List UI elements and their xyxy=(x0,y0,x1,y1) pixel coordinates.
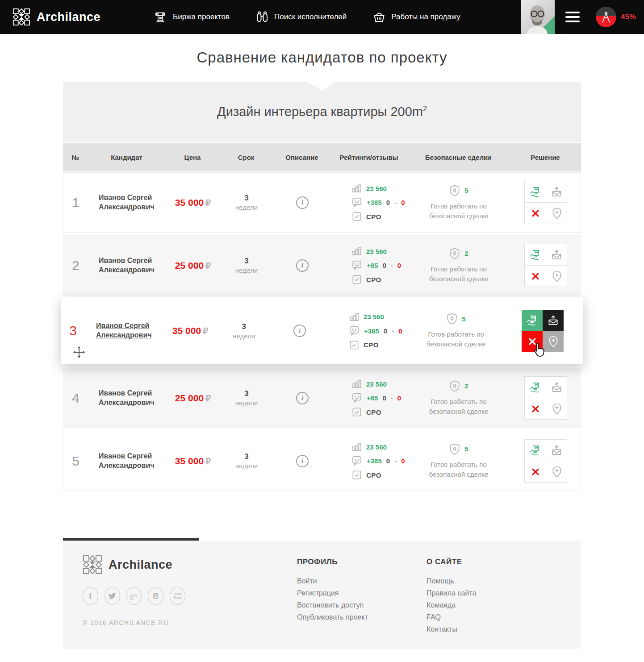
currency-symbol: ₽ xyxy=(205,198,211,208)
safe-deals-count: 5 xyxy=(464,187,468,194)
profile-progress-badge[interactable]: 45% xyxy=(596,7,636,27)
info-icon[interactable]: i xyxy=(296,455,309,467)
rating-negative: 0 xyxy=(397,262,401,269)
add-location-button[interactable] xyxy=(546,203,567,224)
info-icon[interactable]: i xyxy=(293,325,306,337)
candidate-name-link[interactable]: Иванов Сергей Александрович xyxy=(96,321,163,340)
rating-positive: +85 xyxy=(367,394,378,402)
accept-deal-button[interactable] xyxy=(525,377,546,398)
ratings-cell: 23 560 +3850-0 СРО xyxy=(329,312,405,350)
candidate-name-link[interactable]: Иванов Сергей Александрович xyxy=(99,452,166,470)
decision-cell xyxy=(510,376,581,420)
candidate-name-link[interactable]: Иванов Сергей Александрович xyxy=(99,256,166,275)
info-icon[interactable]: i xyxy=(296,259,309,272)
google-plus-glyph: g+ xyxy=(130,591,138,600)
accept-deal-button[interactable] xyxy=(522,310,543,331)
footer-link-help[interactable]: Помощь xyxy=(427,577,529,585)
accept-deal-button[interactable] xyxy=(525,244,546,265)
brand-logo[interactable]: Archilance xyxy=(13,8,100,26)
ratings-cell: 23 560 +850-0 СРО xyxy=(331,246,407,284)
hamburger-menu-icon[interactable] xyxy=(565,12,580,22)
description-cell: i xyxy=(271,325,329,337)
nav-item-find-performers[interactable]: Поиск исполнителей xyxy=(255,10,347,24)
footer-link-register[interactable]: Регистрация xyxy=(297,589,400,597)
footer-brand-column: Archilance f g+ В You Tube © 2016 ARCHIL… xyxy=(83,555,185,649)
accept-deal-button[interactable] xyxy=(525,440,546,461)
checkbox-icon xyxy=(352,470,362,480)
safe-deal-text: Готов работать по безопасной сделке xyxy=(420,397,498,416)
footer-link-login[interactable]: Войти xyxy=(297,577,400,585)
google-plus-icon[interactable]: g+ xyxy=(126,587,142,605)
rating-positive: +385 xyxy=(367,457,382,465)
add-location-button[interactable] xyxy=(546,398,567,419)
header-safe-deals: Безопасные сделки xyxy=(407,154,510,161)
header-term: Срок xyxy=(219,154,273,161)
user-avatar[interactable] xyxy=(521,0,555,34)
table-row-active[interactable]: 3 Иванов Сергей Александрович 35 000₽ 3н… xyxy=(61,297,583,364)
footer-link-restore-access[interactable]: Востановить доступ xyxy=(297,601,400,609)
page-title: Сравнение кандидатов по проекту xyxy=(0,34,644,82)
send-message-button[interactable] xyxy=(546,377,567,398)
reject-button[interactable] xyxy=(525,461,546,482)
term-cell: 3недели xyxy=(220,389,273,407)
views-line: 23 560 xyxy=(352,379,407,389)
rating-negative: 0 xyxy=(401,199,405,206)
info-icon[interactable]: i xyxy=(296,196,309,209)
price-cell: 25 000₽ xyxy=(166,393,220,404)
term-cell: 3недели xyxy=(220,194,273,211)
safe-deals-cell: 2 Готов работать по безопасной сделке xyxy=(407,380,510,416)
reject-button[interactable] xyxy=(525,203,546,224)
candidate-name-cell: Иванов Сергей Александрович xyxy=(85,321,163,340)
shield-icon xyxy=(449,184,460,197)
footer-brand[interactable]: Archilance xyxy=(83,555,185,575)
vk-icon[interactable]: В xyxy=(148,587,163,605)
youtube-icon[interactable]: You Tube xyxy=(170,587,185,605)
send-mail-icon xyxy=(551,186,562,197)
twitter-icon[interactable] xyxy=(105,587,120,605)
add-location-button[interactable] xyxy=(546,461,567,482)
send-message-button[interactable] xyxy=(546,181,567,202)
candidate-name-link[interactable]: Иванов Сергей Александрович xyxy=(99,389,166,408)
send-mail-icon xyxy=(551,382,562,393)
send-message-button[interactable] xyxy=(546,440,567,461)
add-location-button[interactable] xyxy=(543,331,564,352)
avatar-photo xyxy=(521,0,555,34)
row-number: 2 xyxy=(63,258,88,273)
send-message-button[interactable] xyxy=(546,244,567,265)
rating-neutral: 0 xyxy=(384,327,387,335)
candidate-name-cell: Иванов Сергей Александрович xyxy=(88,193,166,212)
facebook-icon[interactable]: f xyxy=(83,587,98,605)
nav-label: Биржа проектов xyxy=(173,12,230,21)
footer-link-site-rules[interactable]: Правила сайта xyxy=(427,589,529,597)
sro-line: СРО xyxy=(352,212,407,221)
footer-link-publish-project[interactable]: Опубликовать проект xyxy=(297,613,400,621)
ratings-cell: 23 560 +3850-0 СРО xyxy=(331,183,407,221)
reject-button[interactable] xyxy=(525,266,546,287)
footer-profile-column: ПРОФИЛЬ Войти Регистрация Востановить до… xyxy=(297,555,400,649)
footer-column-title: О САЙТЕ xyxy=(427,558,529,566)
rating-negative: 0 xyxy=(401,457,405,465)
footer-link-faq[interactable]: FAQ xyxy=(427,613,529,621)
accept-deal-button[interactable] xyxy=(525,181,546,202)
nav-label: Поиск исполнителей xyxy=(274,12,347,21)
footer-link-team[interactable]: Команда xyxy=(427,601,529,609)
nav-item-projects-exchange[interactable]: Биржа проектов xyxy=(153,10,230,24)
row-number: 4 xyxy=(63,391,88,406)
candidate-name-link[interactable]: Иванов Сергей Александрович xyxy=(99,193,166,212)
vk-glyph: В xyxy=(153,591,159,601)
basket-icon xyxy=(372,10,386,24)
add-location-button[interactable] xyxy=(546,266,567,287)
currency-symbol: ₽ xyxy=(205,261,211,271)
rating-neutral: 0 xyxy=(386,199,390,206)
shield-icon xyxy=(446,312,458,325)
send-message-button[interactable] xyxy=(543,310,564,331)
info-icon[interactable]: i xyxy=(296,392,309,404)
footer-link-contacts[interactable]: Контакты xyxy=(427,625,529,633)
reject-button[interactable] xyxy=(525,398,546,419)
close-icon xyxy=(531,209,540,218)
sro-label: СРО xyxy=(366,213,381,221)
decision-buttons xyxy=(524,376,567,420)
rating-positive: +385 xyxy=(364,327,379,335)
nav-item-works-for-sale[interactable]: Работы на продажу xyxy=(372,10,460,24)
rating-neutral: 0 xyxy=(382,262,386,269)
